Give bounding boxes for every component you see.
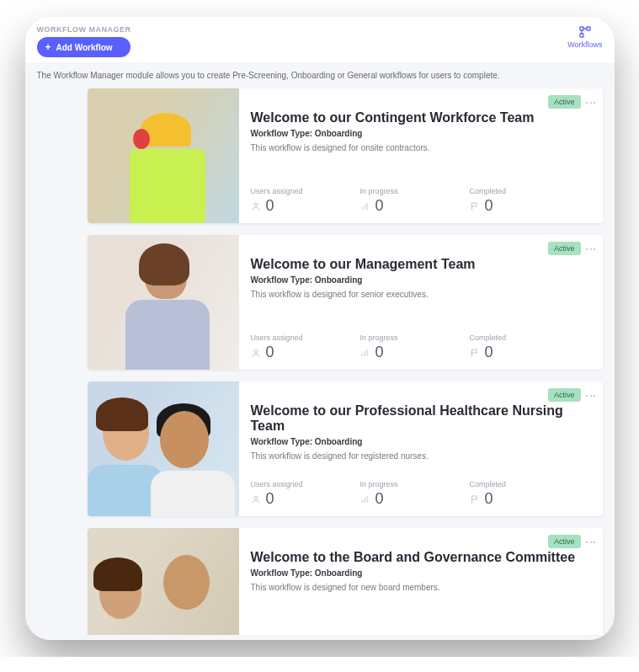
card-thumbnail [88, 381, 239, 516]
card-description: This workflow is designed for senior exe… [251, 290, 591, 299]
chart-icon [360, 201, 370, 211]
svg-rect-1 [587, 27, 590, 30]
intro-text: The Workflow Manager module allows you t… [37, 71, 603, 80]
card-stats: Users assigned 0 In progress 0 [251, 475, 591, 508]
stat-label: Users assigned [251, 333, 327, 342]
status-badge: Active [548, 535, 581, 548]
workflows-icon [578, 25, 592, 39]
user-icon [251, 348, 261, 358]
flag-icon [470, 348, 480, 358]
stat-progress: In progress 0 [360, 333, 436, 361]
card-type: Workflow Type: Onboarding [251, 437, 591, 446]
workflow-card[interactable]: Active ⋮ Welcome to our Professional Hea… [88, 381, 603, 516]
stat-value: 0 [266, 197, 274, 215]
card-body: Active ⋮ Welcome to our Contingent Workf… [239, 88, 603, 223]
chart-icon [360, 348, 370, 358]
stat-label: In progress [360, 187, 436, 195]
stat-label: In progress [360, 333, 436, 342]
workflow-card[interactable]: Active ⋮ Welcome to our Contingent Workf… [88, 88, 603, 223]
stat-users: Users assigned 0 [251, 480, 327, 508]
stat-value: 0 [266, 344, 274, 361]
svg-point-5 [254, 496, 258, 499]
stat-progress: In progress 0 [360, 480, 436, 508]
svg-rect-2 [580, 34, 583, 37]
header-left: WORKFLOW MANAGER + Add Workflow [37, 25, 131, 57]
stat-value: 0 [485, 197, 493, 215]
card-title: Welcome to the Board and Governance Comm… [251, 550, 591, 565]
chart-icon [360, 494, 370, 504]
stat-value: 0 [485, 344, 493, 361]
stat-completed: Completed 0 [470, 333, 546, 361]
kebab-menu-icon[interactable]: ⋮ [586, 98, 596, 107]
card-body: Active ⋮ Welcome to our Management Team … [239, 235, 603, 370]
flag-icon [470, 494, 480, 504]
user-icon [251, 201, 261, 211]
stat-value: 0 [485, 490, 493, 508]
stat-label: Users assigned [251, 480, 327, 488]
workflow-card[interactable]: Active ⋮ Welcome to our Management Team … [88, 235, 603, 370]
stat-value: 0 [375, 490, 384, 508]
card-thumbnail [88, 88, 239, 223]
card-thumbnail [88, 235, 239, 370]
status-badge: Active [548, 388, 581, 402]
workflows-nav-label: Workflows [567, 40, 602, 49]
status-badge: Active [548, 95, 581, 109]
stat-progress: In progress 0 [360, 187, 436, 215]
card-type: Workflow Type: Onboarding [251, 275, 591, 285]
add-workflow-button[interactable]: + Add Workflow [37, 37, 131, 57]
stat-label: In progress [360, 480, 436, 488]
card-type: Workflow Type: Onboarding [251, 129, 591, 138]
card-title: Welcome to our Contingent Workforce Team [251, 110, 591, 125]
card-thumbnail [88, 528, 239, 635]
card-title: Welcome to our Management Team [251, 257, 591, 272]
card-title: Welcome to our Professional Healthcare N… [251, 403, 591, 434]
stat-label: Completed [470, 480, 546, 488]
stat-label: Users assigned [251, 187, 327, 195]
flag-icon [470, 201, 480, 211]
svg-point-4 [254, 349, 258, 353]
workflow-card[interactable]: Active ⋮ Welcome to the Board and Govern… [88, 528, 603, 635]
svg-point-3 [254, 203, 258, 206]
kebab-menu-icon[interactable]: ⋮ [586, 537, 596, 547]
workflow-card-list: Active ⋮ Welcome to our Contingent Workf… [37, 88, 603, 635]
kebab-menu-icon[interactable]: ⋮ [586, 244, 596, 253]
card-body: Active ⋮ Welcome to the Board and Govern… [239, 528, 603, 635]
stat-label: Completed [470, 333, 546, 342]
content: The Workflow Manager module allows you t… [25, 62, 615, 635]
stat-value: 0 [375, 197, 384, 215]
plus-icon: + [45, 42, 51, 52]
stat-label: Completed [470, 187, 546, 195]
stat-users: Users assigned 0 [251, 333, 327, 361]
card-body: Active ⋮ Welcome to our Professional Hea… [239, 381, 603, 516]
card-description: This workflow is designed for registered… [251, 451, 591, 461]
user-icon [251, 494, 261, 504]
stat-completed: Completed 0 [470, 187, 546, 215]
card-description: This workflow is designed for onsite con… [251, 143, 591, 152]
app-frame: WORKFLOW MANAGER + Add Workflow Workflow… [25, 17, 615, 640]
stat-value: 0 [266, 490, 274, 508]
card-stats: Users assigned 0 In progress 0 [251, 328, 591, 361]
card-stats: Users assigned 0 In progress 0 [251, 182, 591, 215]
card-description: This workflow is designed for new board … [251, 583, 591, 592]
workflows-nav[interactable]: Workflows [567, 25, 602, 49]
header: WORKFLOW MANAGER + Add Workflow Workflow… [25, 17, 615, 62]
status-badge: Active [548, 242, 581, 255]
stat-users: Users assigned 0 [251, 187, 327, 215]
kebab-menu-icon[interactable]: ⋮ [586, 391, 596, 400]
module-title: WORKFLOW MANAGER [37, 25, 131, 34]
stat-completed: Completed 0 [470, 480, 546, 508]
svg-rect-0 [580, 27, 583, 30]
stat-value: 0 [375, 344, 384, 361]
add-workflow-label: Add Workflow [56, 43, 113, 52]
card-type: Workflow Type: Onboarding [251, 568, 591, 578]
